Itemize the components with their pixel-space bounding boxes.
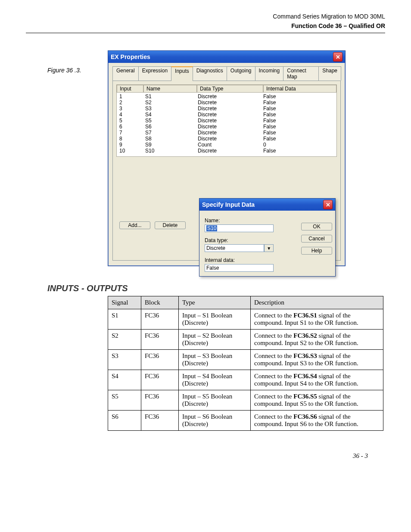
cell-type: Discrete [195,112,261,118]
cell-block: FC36 [141,411,179,431]
page-number: 36 - 3 [26,452,368,460]
cell-idata: 0 [261,142,336,148]
tab-incoming[interactable]: Incoming [255,66,284,81]
table-row: S5FC36Input – S5 Boolean (Discrete)Conne… [108,390,383,411]
cell-type: Input – S4 Boolean (Discrete) [179,370,251,390]
cell-type: Discrete [195,136,261,142]
help-button[interactable]: Help [301,247,332,255]
inputs-list[interactable]: Input Name Data Type Internal Data 1S1Di… [116,84,337,157]
inputs-tab-body: Input Name Data Type Internal Data 1S1Di… [112,81,341,261]
list-item[interactable]: 7S7DiscreteFalse [117,130,336,136]
name-label: Name: [205,218,294,224]
cell-type: Discrete [195,100,261,106]
cell-name: S9 [143,142,195,148]
table-row: S2FC36Input – S2 Boolean (Discrete)Conne… [108,330,383,350]
tab-expression[interactable]: Expression [138,66,171,81]
cell-desc: Connect to the FC36.S2 signal of the com… [251,330,383,350]
ex-properties-titlebar[interactable]: EX Properties ✕ [108,51,345,63]
add-button[interactable]: Add... [119,221,150,229]
list-item[interactable]: 1S1DiscreteFalse [117,93,336,100]
datatype-select[interactable]: Discrete [205,244,264,252]
list-item[interactable]: 3S3DiscreteFalse [117,106,336,112]
tab-shape[interactable]: Shape [318,66,341,81]
cell-input: 7 [117,130,143,136]
col-header-type[interactable]: Data Type [197,85,263,93]
cell-type: Discrete [195,130,261,136]
list-item[interactable]: 2S2DiscreteFalse [117,100,336,106]
cell-type: Input – S1 Boolean (Discrete) [179,309,251,330]
cell-name: S8 [143,136,195,142]
col-header-input[interactable]: Input [117,85,143,93]
cell-type: Discrete [195,93,261,100]
list-item[interactable]: 5S5DiscreteFalse [117,118,336,124]
cell-name: S4 [143,112,195,118]
cell-signal: S4 [108,370,141,390]
cell-idata: False [261,112,336,118]
cell-name: S3 [143,106,195,112]
io-table: Signal Block Type Description S1FC36Inpu… [108,296,383,431]
cell-signal: S2 [108,330,141,350]
list-item[interactable]: 6S6DiscreteFalse [117,124,336,130]
cell-desc: Connect to the FC36.S6 signal of the com… [251,411,383,431]
cell-block: FC36 [141,390,179,411]
cell-input: 10 [117,148,143,154]
cell-desc: Connect to the FC36.S3 signal of the com… [251,350,383,370]
cell-signal: S5 [108,390,141,411]
tab-diagnostics[interactable]: Diagnostics [193,66,227,81]
cell-idata: False [261,148,336,154]
cell-block: FC36 [141,350,179,370]
cell-idata: False [261,118,336,124]
specify-input-data-dialog: Specify Input Data ✕ Name: S10 Data type… [199,198,336,277]
cell-signal: S6 [108,411,141,431]
tab-inputs[interactable]: Inputs [171,66,193,81]
doc-title: Command Series Migration to MOD 30ML [26,13,385,20]
name-field[interactable]: S10 [205,224,274,232]
cancel-button[interactable]: Cancel [301,235,332,243]
col-header-idata[interactable]: Internal Data [263,85,336,93]
cell-type: Discrete [195,148,261,154]
tab-strip: GeneralExpressionInputsDiagnosticsOutgoi… [108,63,345,81]
cell-input: 6 [117,124,143,130]
tab-connect-map[interactable]: Connect Map [283,66,319,81]
col-header-name[interactable]: Name [143,85,197,93]
cell-type: Input – S3 Boolean (Discrete) [179,350,251,370]
io-col-signal: Signal [108,296,141,309]
tab-general[interactable]: General [112,66,139,81]
cell-signal: S1 [108,309,141,330]
table-row: S3FC36Input – S3 Boolean (Discrete)Conne… [108,350,383,370]
cell-type: Discrete [195,118,261,124]
ok-button[interactable]: OK [301,223,332,230]
chevron-down-icon[interactable]: ▼ [264,244,274,252]
io-col-block: Block [141,296,179,309]
delete-button[interactable]: Delete [155,221,186,229]
close-icon[interactable]: ✕ [323,200,333,209]
list-item[interactable]: 8S8DiscreteFalse [117,136,336,142]
cell-name: S7 [143,130,195,136]
cell-idata: False [261,100,336,106]
header-rule [26,33,385,33]
internal-data-field[interactable]: False [205,264,274,272]
popup-titlebar[interactable]: Specify Input Data ✕ [199,199,335,211]
list-item[interactable]: 4S4DiscreteFalse [117,112,336,118]
table-row: S6FC36Input – S6 Boolean (Discrete)Conne… [108,411,383,431]
chapter-title: Function Code 36 – Qualified OR [26,22,385,29]
cell-idata: False [261,130,336,136]
cell-type: Input – S2 Boolean (Discrete) [179,330,251,350]
list-item[interactable]: 9S9Count0 [117,142,336,148]
list-item[interactable]: 10S10DiscreteFalse [117,148,336,154]
table-row: S1FC36Input – S1 Boolean (Discrete)Conne… [108,309,383,330]
cell-input: 8 [117,136,143,142]
cell-name: S5 [143,118,195,124]
cell-signal: S3 [108,350,141,370]
io-col-type: Type [179,296,251,309]
tab-outgoing[interactable]: Outgoing [227,66,255,81]
cell-input: 1 [117,93,143,100]
cell-idata: False [261,124,336,130]
close-icon[interactable]: ✕ [333,52,342,62]
cell-idata: False [261,93,336,100]
cell-input: 4 [117,112,143,118]
cell-idata: False [261,106,336,112]
cell-type: Input – S6 Boolean (Discrete) [179,411,251,431]
cell-desc: Connect to the FC36.S5 signal of the com… [251,390,383,411]
cell-desc: Connect to the FC36.S1 signal of the com… [251,309,383,330]
